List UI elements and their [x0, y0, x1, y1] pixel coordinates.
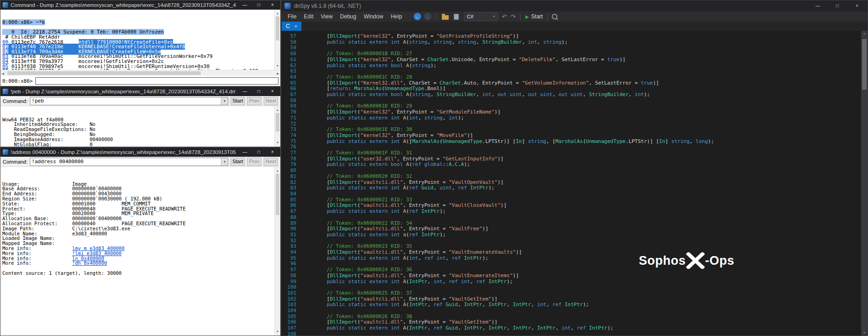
line-number: 57 — [281, 34, 302, 40]
maximize-icon[interactable]: □ — [829, 0, 846, 11]
output-line: Content source: 1 (target), length: 3000… — [2, 271, 273, 276]
prev-button[interactable]: Prev — [247, 158, 261, 166]
scroll-right-icon[interactable]: ▶ — [277, 72, 279, 75]
scroll-up-icon[interactable]: ▲ — [277, 11, 278, 16]
redo-icon[interactable]: ↷ — [509, 13, 517, 20]
minimize-icon[interactable]: — — [238, 148, 252, 157]
code-line: 108 — [281, 331, 868, 336]
sophos-xops-watermark: Sophos -Ops — [639, 252, 735, 269]
start-debug-label: Start — [531, 13, 543, 20]
command-combobox-input[interactable] — [30, 158, 221, 165]
vertical-scrollbar[interactable]: ▲ ▼ — [274, 167, 280, 336]
close-icon[interactable]: × — [266, 0, 279, 10]
minimize-icon[interactable]: — — [238, 87, 252, 96]
code-editor[interactable]: 57[DllImport("kernel32", EntryPoint = "G… — [281, 31, 868, 336]
menu-file[interactable]: File — [284, 13, 300, 20]
code-text — [302, 98, 330, 104]
scroll-down-icon[interactable]: ▼ — [277, 63, 278, 68]
scrollbar-thumb[interactable] — [7, 71, 201, 75]
line-number: 80 — [281, 168, 302, 174]
maximize-icon[interactable]: □ — [252, 87, 266, 96]
desktop: Command - Dump Z:\samples\memoryscan_whi… — [0, 0, 868, 336]
command-input[interactable] — [35, 77, 278, 85]
code-text: public static extern int A(ref IntPtr); — [302, 209, 446, 215]
maximize-icon[interactable]: □ — [252, 0, 266, 10]
scroll-down-icon[interactable]: ▼ — [863, 331, 866, 334]
dnspy-logo-icon — [284, 3, 291, 9]
vertical-scrollbar[interactable]: ▲ ▼ — [274, 106, 280, 147]
scroll-up-icon[interactable]: ▲ — [277, 108, 278, 113]
scroll-left-icon[interactable]: ◀ — [2, 72, 4, 75]
prompt-label: 0:000:x86> — [2, 78, 33, 84]
search-icon[interactable] — [551, 13, 558, 20]
scrollbar-thumb[interactable] — [862, 39, 867, 90]
start-debug-button[interactable]: ▶ Start — [523, 13, 544, 20]
command-output: Usage: ImageBase Address: 00000000`00400… — [0, 167, 280, 336]
line-number: 97 — [281, 267, 302, 273]
prev-button[interactable]: Prev — [247, 97, 261, 105]
window-controls: — □ × — [809, 0, 866, 11]
close-icon[interactable]: × — [848, 0, 866, 11]
next-button[interactable]: Next — [264, 97, 278, 105]
line-number: 60 — [281, 51, 302, 57]
next-button[interactable]: Next — [264, 158, 278, 166]
open-file-icon[interactable] — [442, 15, 449, 20]
code-text — [302, 45, 330, 51]
line-number: 84 — [281, 191, 302, 197]
code-text: public static extern bool A(string); — [302, 63, 437, 69]
window-title: !address 00400000 - Dump Z:\samples\memo… — [11, 149, 236, 155]
code-text: public static extern bool A(string, Stri… — [302, 92, 650, 98]
code-text — [302, 121, 330, 127]
undo-icon[interactable]: ↶ — [500, 13, 509, 20]
windbg-address-window: !address 00400000 - Dump Z:\samples\memo… — [0, 147, 281, 336]
output-line: 0:000:x86> ~*k — [2, 20, 273, 25]
navigate-forward-icon[interactable]: → — [424, 13, 431, 20]
close-icon[interactable]: × — [266, 148, 279, 157]
minimize-icon[interactable]: — — [238, 0, 252, 10]
navigate-back-icon[interactable]: ← — [414, 13, 421, 20]
vertical-scrollbar[interactable]: ▲ ▼ — [274, 10, 280, 70]
windbg-window-icon — [3, 149, 8, 155]
play-icon: ▶ — [525, 14, 529, 19]
minimize-icon[interactable]: — — [809, 0, 827, 11]
window-title: Command - Dump Z:\samples\memoryscan_whi… — [11, 2, 236, 8]
start-button[interactable]: Start — [231, 97, 245, 105]
vertical-scrollbar[interactable]: ▲ ▼ — [861, 31, 868, 336]
scrollbar-thumb[interactable] — [276, 17, 279, 40]
menu-view[interactable]: View — [317, 13, 336, 20]
window-controls: — □ × — [238, 87, 279, 96]
command-combobox-input[interactable] — [30, 97, 221, 105]
line-number: 101 — [281, 290, 302, 296]
start-button[interactable]: Start — [231, 158, 245, 166]
command-input-row: 0:000:x86> — [0, 76, 280, 86]
scrollbar-thumb[interactable] — [276, 174, 279, 215]
line-number: 70 — [281, 109, 302, 115]
scroll-down-icon[interactable]: ▼ — [277, 329, 278, 334]
dml-link[interactable]: !dh 0x400000 — [72, 260, 107, 266]
chevron-down-icon[interactable]: ▼ — [221, 158, 228, 165]
command-combobox: ▼ — [30, 158, 228, 166]
tab-c[interactable]: C × — [282, 22, 301, 31]
code-line: 99public static extern int A(IntPtr, int… — [281, 279, 868, 285]
code-text — [302, 191, 330, 197]
scroll-down-icon[interactable]: ▼ — [277, 140, 278, 145]
menu-help[interactable]: Help — [387, 13, 406, 20]
maximize-icon[interactable]: □ — [252, 148, 266, 157]
horizontal-scrollbar[interactable]: ◀ ▶ — [0, 70, 280, 76]
chevron-down-icon[interactable]: ▼ — [221, 97, 228, 105]
scrollbar-thumb[interactable] — [276, 113, 279, 131]
close-icon[interactable]: × — [266, 87, 279, 96]
code-text — [302, 68, 330, 74]
menu-edit[interactable]: Edit — [300, 13, 317, 20]
scroll-up-icon[interactable]: ▲ — [277, 168, 278, 173]
menu-debug[interactable]: Debug — [336, 13, 360, 20]
code-text: public static extern int A(ref Guid, uin… — [302, 185, 494, 191]
scroll-up-icon[interactable]: ▲ — [863, 32, 866, 35]
command-row: Command: ▼ Start Prev Next — [0, 96, 280, 106]
close-tab-icon[interactable]: × — [295, 24, 297, 29]
code-line: 83public static extern int A(ref Guid, u… — [281, 185, 868, 191]
code-text — [302, 285, 330, 290]
save-module-icon[interactable] — [454, 14, 459, 20]
language-select[interactable]: C# ▼ — [464, 12, 498, 21]
menu-window[interactable]: Window — [360, 13, 387, 20]
